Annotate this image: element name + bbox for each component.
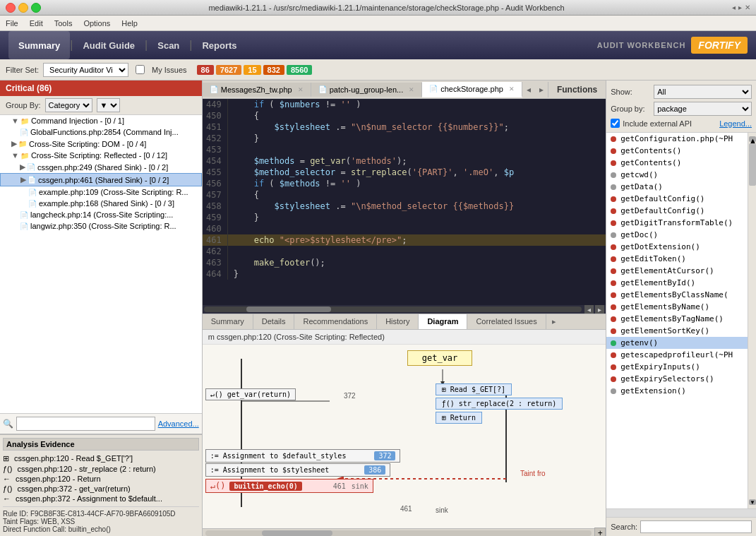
diagram-zoom-btn[interactable]: + [594,528,606,537]
fn-item-1[interactable]: getConfiguration.php(~PH [606,133,748,145]
diagram-hscroll-thumb[interactable] [262,530,332,536]
fn-item-3[interactable]: getContents() [606,157,748,169]
badge-medium[interactable]: 15 [244,65,260,75]
fn-item-19[interactable]: getescapedprofileurl(~PH [606,349,748,361]
fn-scroll-down[interactable]: ▼ [749,499,756,505]
maximize-button[interactable] [31,3,41,13]
badge-info[interactable]: 8560 [287,65,312,75]
audit-workbench-label: AUDIT WORKBENCH [597,41,686,49]
badge-low[interactable]: 832 [263,65,284,75]
fn-item-11[interactable]: getEditToken() [606,253,748,265]
groupby-label: Group By: [6,101,41,109]
close-button[interactable] [6,3,16,13]
tab-scroll-left[interactable]: ◂ [522,82,535,97]
file-tab-close[interactable]: ✕ [298,86,304,93]
nav-audit-guide[interactable]: Audit Guide [73,31,145,59]
fn-item-9[interactable]: getDoc() [606,229,748,241]
tab-history[interactable]: History [377,314,419,329]
fn-dot [611,280,616,286]
fn-scroll-thumb[interactable] [749,143,756,186]
fn-search-input[interactable] [640,520,752,533]
fn-item-16[interactable]: getElementsByTagName() [606,313,748,325]
filter-set-select[interactable]: Security Auditor Vi [43,63,128,77]
fn-item-13[interactable]: getElementById() [606,277,748,289]
fn-item-22[interactable]: getExtension() [606,385,748,397]
badge-critical[interactable]: 86 [197,65,214,75]
tree-item-example-168[interactable]: 📄 example.php:168 (Shared Sink) - [0 / 3… [0,198,202,209]
tab-details[interactable]: Details [253,314,295,329]
resize-left-icon[interactable]: ◂ [732,4,736,11]
code-hscroll-thumb[interactable] [246,306,331,312]
file-tab-close-3[interactable]: ✕ [509,85,515,93]
tree-item-example-109[interactable]: 📄 example.php:109 (Cross-Site Scripting:… [0,186,202,198]
menu-options[interactable]: Options [83,19,110,28]
tree-item-cssgen-249[interactable]: ▶ 📄 cssgen.php:249 (Shared Sink) - [0 / … [0,161,202,173]
groupby-select[interactable]: Category [45,98,92,112]
my-issues-checkbox[interactable] [136,65,145,74]
tab-summary[interactable]: Summary [203,314,253,329]
tree-item-xss-reflected[interactable]: ▼ 📁 Cross-Site Scripting: Reflected - [0… [0,150,202,161]
resize-right-icon[interactable]: ▸ [738,4,742,11]
nav-summary[interactable]: Summary [8,31,70,59]
tree-item-globalfunctions[interactable]: 📄 GlobalFunctions.php:2854 (Command Inj.… [0,126,202,138]
tab-more[interactable]: ▸ [546,314,562,329]
code-scroll-right[interactable]: ▸ [595,305,604,314]
fn-item-17[interactable]: getElementSortKey() [606,325,748,337]
fn-name: getElementsByName() [620,302,709,311]
nav-scan[interactable]: Scan [148,31,189,59]
fn-scroll-up[interactable]: ▲ [749,136,756,142]
fn-item-7[interactable]: getDefaultConfig() [606,205,748,217]
diagram-hscroll[interactable]: + [203,528,606,536]
fn-item-18[interactable]: getenv() [606,337,748,349]
include-external-checkbox[interactable] [611,119,620,128]
fn-dot [611,136,616,142]
tree-item-command-injection[interactable]: ▼ 📁 Command Injection - [0 / 1] [0,115,202,126]
file-tab-close-2[interactable]: ✕ [409,86,414,93]
tree-item-xss-dom[interactable]: ▶ 📁 Cross-Site Scripting: DOM - [0 / 4] [0,138,202,150]
file-tab-checkstorage[interactable]: 📄 checkStorage.php ✕ [422,82,522,97]
advanced-link[interactable]: Advanced... [158,419,199,428]
menu-file[interactable]: File [6,19,18,28]
tree-item-langcheck[interactable]: 📄 langcheck.php:14 (Cross-Site Scripting… [0,209,202,220]
tab-scroll-right[interactable]: ▸ [535,82,548,97]
groupby-select-right[interactable]: package [654,102,752,116]
fn-item-15[interactable]: getElementsByName() [606,301,748,313]
code-line-457: 457 { [203,189,606,201]
window-close-icon[interactable]: ✕ [745,4,750,11]
nav-reports[interactable]: Reports [192,31,246,59]
fn-item-2[interactable]: getContents() [606,145,748,157]
code-hscroll[interactable]: ◂ ▸ [203,305,606,314]
fn-item-6[interactable]: getDefaultConfig() [606,193,748,205]
fn-item-20[interactable]: getExpiryInputs() [606,361,748,373]
fn-item-10[interactable]: getDotExtension() [606,241,748,253]
tab-diagram[interactable]: Diagram [419,314,467,329]
menu-edit[interactable]: Edit [30,19,43,28]
menu-tools[interactable]: Tools [54,19,73,28]
tab-recommendations[interactable]: Recommendations [294,314,377,329]
search-input[interactable] [16,417,155,431]
fn-item-4[interactable]: getcwd() [606,169,748,181]
fn-item-8[interactable]: getDigitTransformTable() [606,217,748,229]
code-scroll-left[interactable]: ◂ [584,305,594,314]
code-editor[interactable]: 449 if ( $numbers != '' ) 450 { 451 $sty… [203,99,606,305]
tab-correlated-issues[interactable]: Correlated Issues [467,314,546,329]
fn-item-5[interactable]: getData() [606,181,748,193]
badge-high[interactable]: 7627 [216,65,241,75]
tree-item-langwiz[interactable]: 📄 langwiz.php:350 (Cross-Site Scripting:… [0,220,202,232]
filter-bar: Filter Set: Security Auditor Vi My Issue… [0,59,756,81]
file-tab-messages[interactable]: 📄 MessagesZh_tw.php ✕ [203,83,311,97]
fn-item-14[interactable]: getElementsByClassName( [606,289,748,301]
menu-help[interactable]: Help [121,19,138,28]
groupby-row: Group by: package [611,102,752,116]
fn-item-12[interactable]: getElementAtCursor() [606,265,748,277]
show-select[interactable]: All [654,85,752,99]
legend-link[interactable]: Legend... [719,119,752,128]
tree-item-cssgen-461[interactable]: ▶ 📄 cssgen.php:461 (Shared Sink) - [0 / … [0,173,202,186]
functions-tab[interactable]: Functions [548,82,606,97]
fn-scrollbar[interactable]: ▲ ▼ [748,133,756,508]
fn-hscroll[interactable] [606,508,756,517]
fn-item-21[interactable]: getExpirySelectors() [606,373,748,385]
file-tab-patch[interactable]: 📄 patch-ug_group-len... ✕ [311,83,423,97]
groupby-sort-select[interactable]: ▼ [97,98,120,112]
minimize-button[interactable] [18,3,28,13]
